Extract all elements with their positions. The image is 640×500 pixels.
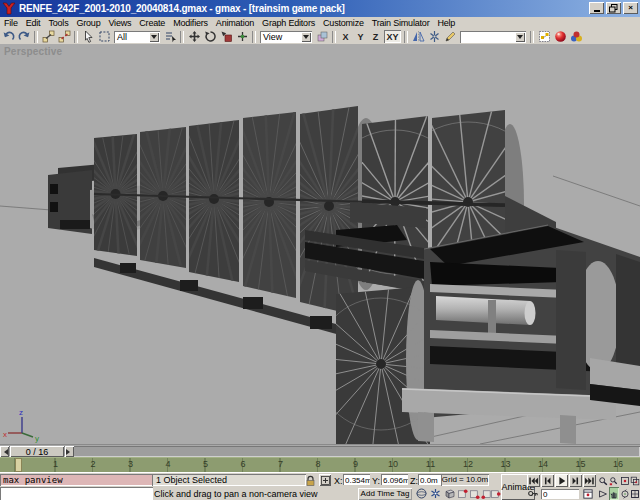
- menu-customize[interactable]: Customize: [319, 18, 368, 28]
- menu-train-simulator[interactable]: Train Simulator: [368, 18, 434, 28]
- combo-dropdown-button[interactable]: [301, 32, 311, 42]
- menu-tools[interactable]: Tools: [44, 18, 72, 28]
- select-object-icon[interactable]: [80, 30, 96, 44]
- pan-button[interactable]: [609, 487, 619, 500]
- key-mode-icon[interactable]: [527, 487, 539, 500]
- field-of-view-button[interactable]: [598, 487, 608, 500]
- go-to-start-button[interactable]: [527, 474, 540, 487]
- menu-animation[interactable]: Animation: [212, 18, 258, 28]
- z-coord-field[interactable]: [418, 474, 441, 485]
- frame-forward-button[interactable]: [65, 446, 74, 457]
- arc-rotate-button[interactable]: [620, 487, 630, 500]
- frame-number: 6: [240, 459, 245, 469]
- snap-3d-icon[interactable]: [443, 487, 456, 500]
- menu-help[interactable]: Help: [433, 18, 459, 28]
- pivot-center-icon[interactable]: [314, 30, 330, 44]
- viewport-label[interactable]: Perspective: [4, 46, 62, 57]
- redo-icon[interactable]: [16, 30, 32, 44]
- selection-lock-icon[interactable]: [304, 474, 317, 487]
- menu-file[interactable]: File: [0, 18, 22, 28]
- x-coord-field[interactable]: [343, 474, 370, 485]
- axle-box: [310, 316, 332, 329]
- select-manipulate-icon[interactable]: [234, 30, 250, 44]
- maxscript-listener-input[interactable]: [0, 487, 153, 500]
- menu-modifiers[interactable]: Modifiers: [169, 18, 212, 28]
- select-by-name-icon[interactable]: [162, 30, 178, 44]
- select-and-link-icon[interactable]: [40, 30, 56, 44]
- minimize-button[interactable]: [589, 2, 604, 14]
- selection-filter-combo[interactable]: All: [114, 31, 160, 43]
- track-bar[interactable]: 1 2 3 4 5 6 7 8 9 10 11 12 13 14 15 16: [0, 457, 640, 473]
- selection-region-icon[interactable]: [96, 30, 112, 44]
- previous-frame-button[interactable]: [541, 474, 554, 487]
- mirror-icon[interactable]: [410, 30, 426, 44]
- absolute-offset-toggle[interactable]: [319, 474, 331, 486]
- combo-dropdown-button[interactable]: [515, 32, 525, 42]
- current-frame-marker[interactable]: [15, 458, 22, 472]
- render-icon[interactable]: [568, 30, 584, 44]
- next-frame-button[interactable]: [569, 474, 582, 487]
- go-to-end-button[interactable]: [583, 474, 596, 487]
- minimize-icon: [594, 10, 600, 12]
- zoom-extents-all-button[interactable]: [630, 474, 640, 487]
- frame-back-button[interactable]: [0, 446, 9, 457]
- restrict-y-button[interactable]: Y: [354, 30, 367, 43]
- z-coord-label: Z:: [410, 476, 418, 486]
- undo-icon[interactable]: [0, 30, 16, 44]
- add-time-tag[interactable]: Add Time Tag: [358, 488, 412, 500]
- time-slider-track[interactable]: [0, 446, 640, 457]
- keyboard-shortcut-override-icon[interactable]: [490, 487, 501, 500]
- toolbar-separator: [74, 31, 78, 43]
- frame-number: 13: [500, 459, 510, 469]
- toolbar-separator: [332, 31, 336, 43]
- menu-create[interactable]: Create: [135, 18, 169, 28]
- coord-system-combo[interactable]: View: [260, 31, 312, 43]
- track-view-icon[interactable]: [536, 30, 552, 44]
- maximize-viewport-button[interactable]: [630, 487, 640, 500]
- main-toolbar: All View X Y Z XY: [0, 29, 640, 45]
- combo-dropdown-button[interactable]: [149, 32, 159, 42]
- restore-button[interactable]: [606, 2, 621, 14]
- menu-edit[interactable]: Edit: [22, 18, 45, 28]
- array-icon[interactable]: [426, 30, 442, 44]
- close-icon: ×: [628, 4, 633, 12]
- arc-rotate-icon: [620, 488, 630, 500]
- menu-graph-editors[interactable]: Graph Editors: [258, 18, 319, 28]
- grid-size-status: Grid = 10.0m: [441, 474, 489, 486]
- material-editor-icon[interactable]: [552, 30, 568, 44]
- restrict-z-button[interactable]: Z: [369, 30, 382, 43]
- title-bar[interactable]: RENFE_242F_2001-2010_20040814.gmax - gma…: [0, 0, 640, 17]
- zoom-icon: [598, 475, 608, 487]
- axis-tripod: x z y: [3, 408, 39, 443]
- restrict-x-button[interactable]: X: [339, 30, 352, 43]
- select-rotate-icon[interactable]: [202, 30, 218, 44]
- toolbar-separator: [530, 31, 534, 43]
- close-button[interactable]: ×: [623, 2, 638, 14]
- y-coord-field[interactable]: [381, 474, 408, 485]
- snap-toggle-icon[interactable]: [429, 487, 442, 500]
- zoom-all-button[interactable]: [609, 474, 619, 487]
- maxscript-listener-output[interactable]: max panview: [0, 474, 153, 486]
- select-move-icon[interactable]: [186, 30, 202, 44]
- current-frame-field[interactable]: [541, 489, 579, 499]
- axle-cylinder: [436, 296, 530, 325]
- menu-group[interactable]: Group: [72, 18, 104, 28]
- time-configuration-icon[interactable]: [582, 487, 594, 500]
- restore-icon: [609, 4, 618, 13]
- select-scale-icon[interactable]: [218, 30, 234, 44]
- zoom-button[interactable]: [598, 474, 608, 487]
- named-selection-combo[interactable]: [460, 31, 526, 43]
- x-coord-label: X:: [334, 476, 343, 486]
- go-to-start-icon: [528, 475, 539, 486]
- percent-snap-icon[interactable]: [469, 487, 480, 500]
- viewport-perspective[interactable]: x z y Perspective: [0, 44, 640, 444]
- unlink-selection-icon[interactable]: [56, 30, 72, 44]
- time-slider-handle[interactable]: 0 / 16: [10, 446, 64, 457]
- play-button[interactable]: [555, 474, 568, 487]
- adaptive-degradation-icon[interactable]: [415, 487, 428, 500]
- zoom-extents-button[interactable]: [620, 474, 630, 487]
- angle-snap-icon[interactable]: [457, 487, 468, 500]
- menu-views[interactable]: Views: [104, 18, 135, 28]
- keyboard-override-icon[interactable]: [442, 30, 458, 44]
- restrict-xy-plane-button[interactable]: XY: [384, 30, 401, 43]
